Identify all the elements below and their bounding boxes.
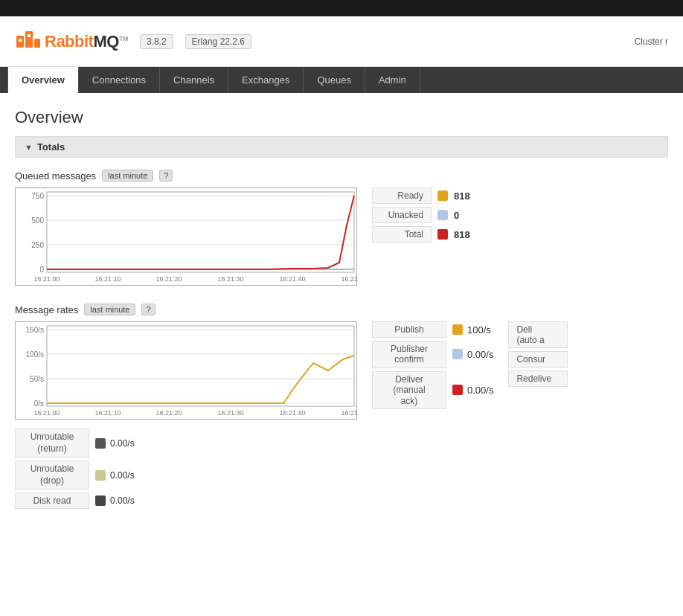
extra-unroutable-drop: Unroutable(drop) 0.00/s: [15, 461, 668, 490]
stat-unacked: Unacked 0: [372, 207, 536, 223]
queued-messages-chart: 750 500 250 0 16:21:00: [15, 187, 357, 286]
totals-title: Totals: [37, 141, 65, 153]
svg-rect-13: [47, 192, 354, 272]
svg-text:500: 500: [31, 216, 44, 225]
rate-publish-label: Publish: [372, 321, 446, 338]
rate-consumer-cancel: Consur: [508, 351, 568, 368]
logo-icon: [15, 25, 42, 57]
svg-text:16:21:30: 16:21:30: [217, 275, 243, 283]
svg-text:16:21:20: 16:21:20: [155, 275, 182, 283]
stat-unacked-dot: [437, 210, 448, 220]
svg-text:150/s: 150/s: [26, 326, 44, 334]
rate-publish-value: 100/s: [452, 324, 491, 336]
svg-text:50/s: 50/s: [30, 375, 44, 383]
extra-unroutable-drop-dot: [95, 470, 106, 481]
nav-item-channels[interactable]: Channels: [160, 67, 228, 93]
logo-tm: TM: [119, 34, 128, 42]
svg-rect-29: [47, 326, 354, 406]
extra-disk-read-dot: [95, 495, 106, 506]
svg-text:16:21:20: 16:21:20: [155, 409, 182, 417]
queued-messages-chart-row: 750 500 250 0 16:21:00: [15, 187, 668, 286]
header: RabbitMQTM 3.8.2 Erlang 22.2.6 Cluster r: [0, 16, 683, 67]
svg-text:16:21:00: 16:21:00: [33, 409, 60, 417]
top-bar: [0, 0, 683, 16]
extra-unroutable-drop-value: 0.00/s: [95, 470, 135, 481]
message-rates-chart-row: 150/s 100/s 50/s 0/s 16:21:00 16:21:10: [15, 321, 668, 420]
extra-disk-read-value: 0.00/s: [95, 495, 135, 506]
page-title: Overview: [15, 108, 668, 127]
svg-text:16:21:40: 16:21:40: [279, 409, 305, 417]
nav: Overview Connections Channels Exchanges …: [0, 67, 683, 93]
extra-unroutable-drop-label: Unroutable(drop): [15, 461, 89, 490]
rate-deliver-manual: Deliver(manualack) 0.00/s: [372, 371, 493, 409]
stat-unacked-value: 0: [454, 210, 459, 221]
message-rates-chart: 150/s 100/s 50/s 0/s 16:21:00 16:21:10: [15, 321, 357, 420]
svg-text:250: 250: [31, 241, 44, 249]
svg-rect-4: [28, 34, 31, 37]
rate-redeliver: Redelive: [508, 370, 568, 387]
stat-total-label: Total: [372, 226, 432, 243]
rate-publisher-confirm-dot: [452, 349, 463, 359]
nav-item-connections[interactable]: Connections: [79, 67, 160, 93]
rate-publisher-confirm-value: 0.00/s: [452, 349, 493, 360]
rate-deliver-manual-dot: [452, 385, 463, 395]
stat-total: Total 818: [372, 226, 536, 243]
svg-text:0: 0: [39, 266, 44, 274]
message-rates-time-badge[interactable]: last minute: [84, 304, 135, 315]
svg-rect-1: [25, 31, 33, 48]
queued-messages-label-row: Queued messages last minute ?: [15, 170, 668, 182]
rate-publisher-confirm: Publisherconfirm 0.00/s: [372, 341, 493, 368]
svg-text:0/s: 0/s: [34, 400, 44, 408]
rate-publisher-confirm-label: Publisherconfirm: [372, 341, 446, 368]
erlang-badge: Erlang 22.2.6: [185, 34, 251, 49]
svg-text:750: 750: [31, 192, 44, 200]
logo-text: RabbitMQTM: [45, 32, 128, 51]
cluster-info: Cluster r: [635, 36, 668, 47]
totals-section-header: ▼ Totals: [15, 136, 668, 158]
svg-text:16:21:50: 16:21:50: [341, 409, 358, 417]
stat-ready-value: 818: [454, 190, 470, 202]
rate-publish: Publish 100/s: [372, 321, 493, 338]
logo: RabbitMQTM: [15, 25, 128, 57]
stat-total-value: 818: [454, 229, 470, 240]
stat-ready-dot: [437, 190, 448, 201]
queued-messages-time-badge[interactable]: last minute: [102, 170, 153, 182]
content: Overview ▼ Totals Queued messages last m…: [0, 93, 683, 542]
rate-consumer-cancel-label: Consur: [508, 351, 568, 368]
stat-ready: Ready 818: [372, 187, 536, 204]
queued-messages-stats: Ready 818 Unacked 0 Total 818: [372, 187, 536, 243]
nav-item-overview[interactable]: Overview: [7, 67, 79, 93]
svg-text:16:21:30: 16:21:30: [217, 409, 243, 417]
svg-text:16:21:10: 16:21:10: [94, 275, 121, 283]
svg-text:16:21:10: 16:21:10: [94, 409, 121, 417]
stat-unacked-label: Unacked: [372, 207, 432, 223]
message-rates-label-row: Message rates last minute ?: [15, 304, 668, 315]
svg-rect-2: [34, 39, 40, 48]
rate-redeliver-label: Redelive: [508, 370, 568, 387]
extra-unroutable-return-label: Unroutable(return): [15, 429, 89, 458]
rate-deliver-manual-value: 0.00/s: [452, 385, 493, 396]
svg-text:16:21:40: 16:21:40: [279, 275, 305, 283]
rate-deliver-auto: Deli(auto a: [508, 321, 568, 348]
rates-col-2: Deli(auto a Consur Redelive: [508, 321, 568, 409]
queued-messages-label: Queued messages: [15, 170, 96, 182]
svg-text:100/s: 100/s: [26, 350, 44, 359]
rate-deliver-auto-label: Deli(auto a: [508, 321, 568, 348]
queued-messages-help[interactable]: ?: [159, 170, 173, 182]
extra-unroutable-return: Unroutable(return) 0.00/s: [15, 429, 668, 458]
nav-item-queues[interactable]: Queues: [304, 67, 365, 93]
queued-messages-section: Queued messages last minute ? 750 500 25…: [15, 170, 668, 286]
totals-arrow: ▼: [25, 143, 33, 152]
rates-stats-panel: Publish 100/s Publisherconfirm 0.00/s: [372, 321, 568, 409]
extra-disk-read: Disk read 0.00/s: [15, 493, 668, 509]
stat-total-dot: [437, 229, 448, 240]
extra-unroutable-return-dot: [95, 438, 106, 449]
nav-item-admin[interactable]: Admin: [365, 67, 420, 93]
stat-ready-label: Ready: [372, 187, 432, 204]
rate-publish-dot: [452, 324, 463, 335]
message-rates-help[interactable]: ?: [141, 304, 155, 315]
extra-unroutable-return-value: 0.00/s: [95, 438, 135, 449]
version-badge: 3.8.2: [140, 34, 173, 49]
rates-col-1: Publish 100/s Publisherconfirm 0.00/s: [372, 321, 493, 409]
nav-item-exchanges[interactable]: Exchanges: [228, 67, 304, 93]
